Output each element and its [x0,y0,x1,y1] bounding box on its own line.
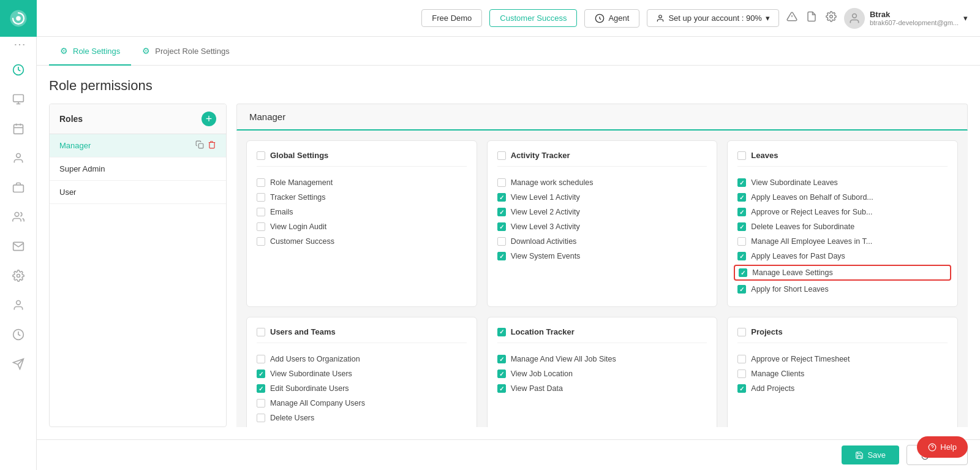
perm-item-1-4[interactable]: Download Activities [497,234,707,249]
free-demo-button[interactable]: Free Demo [421,9,482,27]
perm-item-2-1[interactable]: Apply Leaves on Behalf of Subord... [737,190,948,205]
perm-item-2-7[interactable]: Apply for Short Leaves [737,282,948,297]
perm-item-3-1[interactable]: View Subordinate Users [257,366,467,381]
delete-icon[interactable] [208,187,216,197]
item-checkbox-2-5[interactable] [737,252,746,260]
agent-button[interactable]: Agent [584,9,639,28]
role-item-super-admin[interactable]: Super Admin [50,157,226,181]
item-checkbox-3-0[interactable] [257,355,265,363]
item-checkbox-1-2[interactable] [497,208,506,216]
item-checkbox-5-2[interactable] [737,384,746,393]
perm-item-0-0[interactable]: Role Management [257,175,467,190]
setup-button[interactable]: Set up your account : 90% ▾ [647,9,778,27]
sidebar-item-users[interactable] [5,145,32,172]
add-role-button[interactable]: + [202,112,216,126]
perm-item-4-0[interactable]: Manage And View All Job Sites [497,352,707,366]
perm-item-4-1[interactable]: View Job Location [497,366,707,381]
sidebar-item-mail[interactable] [5,233,32,260]
role-item-user[interactable]: User [50,181,226,204]
item-checkbox-4-0[interactable] [497,355,506,363]
user-info[interactable]: Btrak btrak607-development@gm... ▾ [844,8,968,29]
section-checkbox-5[interactable] [737,328,746,336]
perm-item-0-1[interactable]: Tracker Settings [257,190,467,205]
item-checkbox-5-1[interactable] [737,370,746,378]
sidebar-item-briefcase[interactable] [5,174,32,201]
item-checkbox-0-3[interactable] [257,222,265,231]
sidebar-more[interactable]: ⋯ [13,37,26,51]
item-checkbox-1-1[interactable] [497,193,506,202]
perm-item-2-5[interactable]: Apply Leaves for Past Days [737,249,948,263]
sidebar-item-person[interactable] [5,292,32,319]
perm-item-0-2[interactable]: Emails [257,205,467,219]
item-checkbox-3-1[interactable] [257,370,265,378]
item-checkbox-3-2[interactable] [257,384,265,393]
perm-item-1-5[interactable]: View System Events [497,249,707,263]
perm-item-3-5[interactable]: Reset Other's Password [257,425,467,427]
perm-item-2-6[interactable]: Manage Leave Settings [734,265,951,281]
sidebar-item-team[interactable] [5,203,32,230]
perm-item-2-0[interactable]: View Subordinate Leaves [737,175,948,190]
perm-item-5-0[interactable]: Approve or Reject Timesheet [737,352,948,366]
perm-item-5-1[interactable]: Manage Clients [737,366,948,381]
user-dropdown-icon[interactable]: ▾ [963,13,968,23]
section-checkbox-1[interactable] [497,151,506,160]
perm-item-3-0[interactable]: Add Users to Organization [257,352,467,366]
tab-role-settings[interactable]: ⚙ Role Settings [49,37,131,66]
section-checkbox-4[interactable] [497,328,506,336]
sidebar-item-monitor[interactable] [5,86,32,113]
sidebar-item-dashboard[interactable] [5,56,32,83]
perm-item-0-4[interactable]: Customer Success [257,234,467,249]
item-checkbox-2-4[interactable] [737,237,746,246]
item-checkbox-1-4[interactable] [497,237,506,246]
sidebar-item-calendar[interactable] [5,115,32,142]
copy-icon[interactable] [195,140,204,151]
settings-gear-icon[interactable] [826,11,837,25]
sidebar-item-settings[interactable] [5,262,32,289]
doc-icon[interactable] [806,11,817,25]
item-checkbox-0-0[interactable] [257,178,265,187]
section-checkbox-2[interactable] [737,151,746,160]
item-checkbox-2-1[interactable] [737,193,746,202]
copy-icon[interactable] [195,187,204,197]
perm-item-2-3[interactable]: Delete Leaves for Subordinate [737,219,948,234]
delete-icon[interactable] [208,164,216,174]
sidebar-item-clock[interactable] [5,321,32,348]
item-checkbox-3-4[interactable] [257,414,265,422]
perm-item-2-4[interactable]: Manage All Employee Leaves in T... [737,234,948,249]
perm-item-1-3[interactable]: View Level 3 Activity [497,219,707,234]
perm-item-3-4[interactable]: Delete Users [257,411,467,425]
item-checkbox-1-5[interactable] [497,252,506,260]
perm-item-1-2[interactable]: View Level 2 Activity [497,205,707,219]
delete-icon[interactable] [208,140,216,151]
perm-item-1-1[interactable]: View Level 1 Activity [497,190,707,205]
item-checkbox-2-6[interactable] [739,268,747,277]
perm-item-0-3[interactable]: View Login Audit [257,219,467,234]
perm-item-2-2[interactable]: Approve or Reject Leaves for Sub... [737,205,948,219]
role-item-manager[interactable]: Manager [50,134,226,157]
perm-item-3-3[interactable]: Manage All Company Users [257,396,467,411]
sidebar-item-location[interactable] [5,351,32,377]
copy-icon[interactable] [195,164,204,174]
item-checkbox-1-0[interactable] [497,178,506,187]
item-checkbox-0-4[interactable] [257,237,265,246]
item-checkbox-1-3[interactable] [497,222,506,231]
item-checkbox-2-2[interactable] [737,208,746,216]
perm-item-3-2[interactable]: Edit Subordinate Users [257,381,467,396]
alert-icon[interactable] [786,11,797,25]
app-logo[interactable] [0,0,37,37]
help-button[interactable]: Help [917,436,968,458]
item-checkbox-5-0[interactable] [737,355,746,363]
item-checkbox-0-2[interactable] [257,208,265,216]
item-checkbox-3-3[interactable] [257,399,265,407]
perm-item-4-2[interactable]: View Past Data [497,381,707,396]
section-checkbox-0[interactable] [257,151,265,160]
perm-item-1-0[interactable]: Manage work schedules [497,175,707,190]
item-checkbox-0-1[interactable] [257,193,265,202]
item-checkbox-2-0[interactable] [737,178,746,187]
save-button[interactable]: Save [842,445,899,464]
perm-item-5-2[interactable]: Add Projects [737,381,948,396]
section-checkbox-3[interactable] [257,328,265,336]
item-checkbox-4-2[interactable] [497,384,506,393]
item-checkbox-4-1[interactable] [497,370,506,378]
customer-success-button[interactable]: Customer Success [489,9,577,27]
